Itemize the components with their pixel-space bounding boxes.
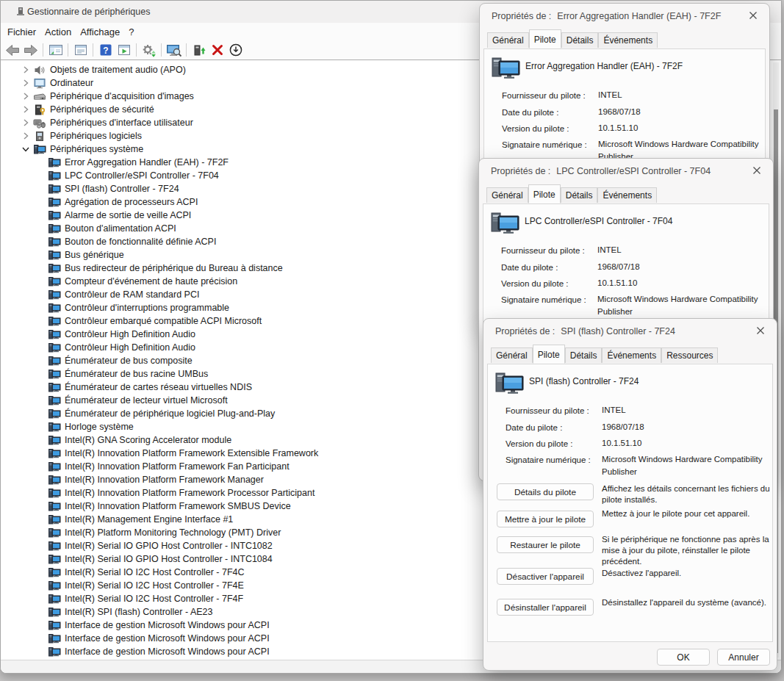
field-value: Microsoft Windows Hardware Compatibility…	[602, 453, 784, 478]
device-up-icon[interactable]	[190, 41, 208, 59]
scan-hardware-icon[interactable]	[165, 41, 183, 59]
tree-item-label: Périphérique d'acquisition d'images	[48, 91, 194, 101]
toolbar-separator	[43, 43, 43, 57]
cancel-button[interactable]: Annuler	[717, 649, 770, 666]
tree-item-label: Intel(R) Management Engine Interface #1	[63, 514, 233, 525]
tree-item-label: Contrôleur High Definition Audio	[63, 342, 195, 353]
field-label: Version du pilote :	[506, 439, 602, 450]
tree-item-label: Intel(R) Innovation Platform Framework F…	[63, 461, 289, 472]
menu-affichage[interactable]: Affichage	[80, 26, 120, 37]
tab-détails[interactable]: Détails	[561, 187, 598, 203]
chevron-right-icon[interactable]	[20, 90, 32, 102]
field-value: 1968/07/18	[597, 261, 781, 273]
chevron-right-icon[interactable]	[20, 104, 32, 115]
tree-item-label: Énumérateur de lecteur virtuel Microsoft	[63, 395, 228, 406]
device-name: LPC Controller/eSPI Controller - 7F04	[525, 216, 672, 226]
properties-icon[interactable]	[71, 41, 90, 59]
tree-item-label: Intel(R) Innovation Platform Framework S…	[63, 501, 291, 511]
chevron-right-icon[interactable]	[20, 117, 32, 129]
close-icon[interactable]	[750, 164, 763, 177]
dialog-title-prefix: Propriétés de :	[492, 11, 551, 21]
sysdev-icon	[48, 435, 61, 446]
sysdev-icon	[48, 475, 61, 486]
ok-button[interactable]: OK	[657, 649, 710, 666]
device-icon	[491, 56, 522, 84]
sysdev-icon	[48, 263, 61, 274]
panel-icon[interactable]	[46, 41, 65, 59]
sysdev-icon	[48, 250, 61, 261]
sysdev-icon	[48, 541, 61, 552]
action-description-1: Affichez les détails concernant les fich…	[602, 483, 784, 505]
tree-item-label: Ordinateur	[48, 78, 93, 88]
sysdev-icon	[48, 646, 61, 657]
sysdev-icon	[48, 157, 61, 168]
chevron-right-icon[interactable]	[20, 130, 32, 142]
tab-détails[interactable]: Détails	[565, 347, 603, 363]
tree-item-label: Bouton d'alimentation ACPI	[63, 223, 176, 234]
menu-fichier[interactable]: Fichier	[7, 26, 36, 37]
help-icon[interactable]: ?	[96, 41, 115, 59]
chevron-right-icon[interactable]	[20, 64, 32, 76]
sysdev-icon	[48, 289, 61, 300]
field-label: Fournisseur du pilote :	[506, 406, 602, 417]
action-description-3: Si le périphérique ne fonctionne pas apr…	[602, 534, 784, 567]
show-window-icon[interactable]	[115, 41, 133, 59]
action-button-5[interactable]: Désinstaller l'appareil	[497, 599, 594, 616]
sysdev-icon	[48, 329, 61, 340]
tab-content: SPI (flash) Controller - 7F24Fournisseur…	[487, 364, 773, 642]
action-button-1[interactable]: Détails du pilote	[497, 483, 594, 500]
dialog-title: Propriétés de :SPI (flash) Controller - …	[495, 326, 675, 336]
tab-général[interactable]: Général	[491, 347, 533, 363]
tab-détails[interactable]: Détails	[561, 32, 599, 48]
sysdev-icon	[48, 356, 61, 367]
system-icon	[33, 144, 46, 155]
action-button-2[interactable]: Mettre à jour le pilote	[497, 511, 594, 527]
forward-icon[interactable]	[21, 41, 40, 59]
sysdev-icon	[48, 501, 61, 512]
tab-pilote[interactable]: Pilote	[529, 29, 561, 48]
tab-bar: GénéralPiloteDétailsÉvénementsRessources	[491, 345, 718, 363]
tree-item-label: Intel(R) Serial IO I2C Host Controller -…	[63, 580, 244, 591]
back-icon[interactable]	[3, 41, 21, 59]
sysdev-icon	[48, 633, 61, 644]
menu-action[interactable]: Action	[45, 26, 71, 37]
toolbar-separator	[161, 43, 162, 57]
field-label: Fournisseur du pilote :	[501, 245, 597, 256]
action-description-5: Désinstallez l'appareil du système (avan…	[602, 597, 784, 608]
chevron-right-icon[interactable]	[20, 77, 32, 89]
tab-événements[interactable]: Événements	[598, 32, 658, 48]
software-icon	[33, 131, 46, 142]
uninstall-icon[interactable]	[208, 41, 226, 59]
device-icon	[495, 371, 525, 399]
tree-item-label: Interface de gestion Microsoft Windows p…	[63, 646, 270, 657]
tree-item-label: Alarme de sortie de veille ACPI	[63, 210, 191, 220]
tree-item-label: Interface de gestion Microsoft Windows p…	[63, 633, 270, 644]
hid-icon	[33, 118, 46, 129]
tab-général[interactable]: Général	[487, 32, 529, 48]
tab-événements[interactable]: Événements	[602, 347, 661, 363]
close-icon[interactable]	[747, 9, 760, 22]
chevron-down-icon[interactable]	[20, 143, 32, 155]
dialog-title-device: Error Aggregation Handler (EAH) - 7F2F	[557, 11, 721, 21]
tab-événements[interactable]: Événements	[597, 187, 657, 203]
tab-pilote[interactable]: Pilote	[528, 184, 561, 203]
field-value: 10.1.51.10	[597, 277, 781, 289]
tab-pilote[interactable]: Pilote	[533, 345, 565, 364]
close-icon[interactable]	[754, 324, 767, 337]
menu-aide[interactable]: ?	[129, 26, 134, 37]
properties-dialog-3: Propriétés de :SPI (flash) Controller - …	[483, 318, 777, 671]
action-button-4[interactable]: Désactiver l'appareil	[497, 568, 594, 585]
tree-item-label: Bus générique	[63, 250, 124, 260]
update-driver-icon[interactable]	[140, 41, 158, 59]
sysdev-icon	[48, 210, 61, 221]
tab-général[interactable]: Général	[486, 187, 528, 203]
tree-item-label: Contrôleur de RAM standard PCI	[63, 289, 199, 300]
driver-field: Version du pilote :10.1.51.10	[501, 278, 781, 289]
driver-field: Date du pilote :1968/07/18	[502, 107, 782, 118]
tree-item-label: Périphériques de sécurité	[48, 104, 154, 115]
device-name: SPI (flash) Controller - 7F24	[529, 376, 639, 386]
sysdev-icon	[48, 422, 61, 433]
tab-ressources[interactable]: Ressources	[661, 347, 718, 363]
disable-icon[interactable]	[226, 41, 245, 59]
action-button-3[interactable]: Restaurer le pilote	[497, 536, 594, 553]
